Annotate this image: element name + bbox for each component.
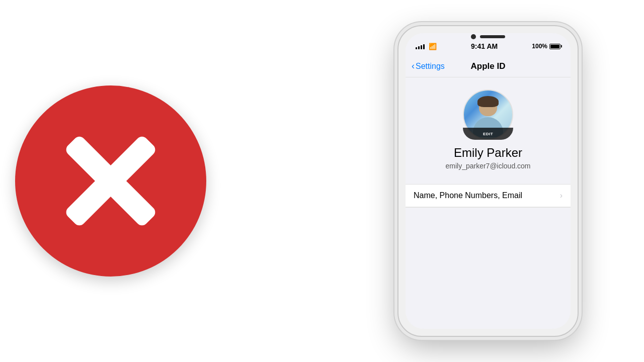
camera-icon xyxy=(471,34,476,39)
battery-outline xyxy=(549,44,560,49)
list-chevron-icon: › xyxy=(560,191,562,200)
signal-bar-1 xyxy=(416,47,417,49)
x-mark-icon xyxy=(60,131,161,231)
back-button[interactable]: ‹ Settings xyxy=(412,61,445,71)
battery-icon xyxy=(549,44,560,49)
profile-email: emily_parker7@icloud.com xyxy=(445,162,530,170)
list-item-name-phone-email[interactable]: Name, Phone Numbers, Email › xyxy=(406,185,571,207)
edit-badge[interactable]: EDIT xyxy=(463,128,513,140)
person-head xyxy=(479,98,497,116)
iphone-screen: 📶 9:41 AM 100% ‹ Settings xyxy=(406,33,571,329)
battery-fill xyxy=(550,45,559,48)
edit-badge-text: EDIT xyxy=(483,132,493,136)
avatar-container[interactable]: EDIT xyxy=(463,89,513,140)
battery-percent: 100% xyxy=(532,43,547,50)
back-label: Settings xyxy=(416,62,445,71)
signal-bar-2 xyxy=(418,46,420,49)
error-circle xyxy=(15,85,206,277)
main-scene: 📶 9:41 AM 100% ‹ Settings xyxy=(0,0,644,362)
status-time: 9:41 AM xyxy=(471,42,498,50)
list-section: Name, Phone Numbers, Email › xyxy=(406,184,571,208)
nav-title: Apple ID xyxy=(471,61,506,71)
status-left: 📶 xyxy=(416,43,437,50)
iphone-frame: 📶 9:41 AM 100% ‹ Settings xyxy=(397,25,579,337)
back-chevron-icon: ‹ xyxy=(412,61,415,71)
iphone-notch xyxy=(453,33,523,40)
speaker-icon xyxy=(480,35,505,38)
signal-bars-icon xyxy=(416,43,425,49)
status-right: 100% xyxy=(532,43,560,50)
profile-section: EDIT Emily Parker emily_parker7@icloud.c… xyxy=(406,77,571,178)
nav-bar: ‹ Settings Apple ID xyxy=(406,55,571,77)
list-item-label: Name, Phone Numbers, Email xyxy=(414,191,522,200)
signal-bar-4 xyxy=(423,44,425,49)
wifi-icon: 📶 xyxy=(429,43,437,50)
person-hair xyxy=(477,96,499,107)
profile-name: Emily Parker xyxy=(454,146,522,160)
signal-bar-3 xyxy=(421,45,422,49)
content-area: EDIT Emily Parker emily_parker7@icloud.c… xyxy=(406,77,571,329)
